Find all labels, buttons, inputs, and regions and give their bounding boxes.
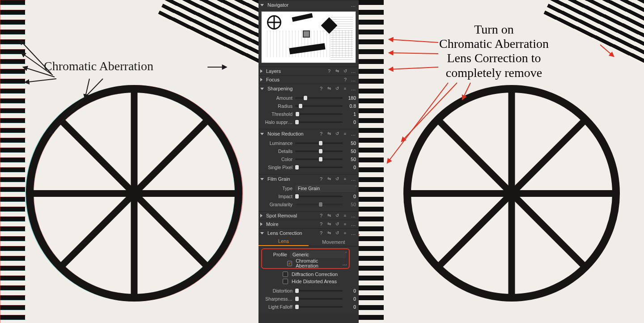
help-icon[interactable]: ? [343,77,348,82]
copy-icon[interactable]: ⇋ [335,68,340,74]
sharpening-group: Amount 180 Radius 0.8 Threshold 1 Halo s… [258,93,359,129]
sharpening-radius-slider[interactable] [295,103,343,109]
before-label: Chromatic Aberration [44,59,153,73]
lens-profile-select[interactable]: Generic [290,251,346,258]
lens-tab-movement[interactable]: Movement [309,238,359,246]
preset-icon[interactable]: ≡ [343,230,348,236]
lens-light-falloff-slider[interactable] [295,304,343,310]
help-icon[interactable]: ? [318,86,324,91]
help-icon[interactable]: ? [318,213,324,218]
menu-icon[interactable]: … [351,68,356,74]
help-icon[interactable]: ? [326,68,332,74]
copy-icon[interactable]: ⇋ [326,176,332,182]
chromatic-aberration-options[interactable]: … [341,261,348,266]
spot-removal-header[interactable]: Spot Removal ? ⇋ ↺ ≡ … [258,211,359,220]
lens-correction-header[interactable]: Lens Correction ? ⇋ ↺ ≡ … [258,228,359,238]
copy-icon[interactable]: ⇋ [326,86,332,91]
help-icon[interactable]: ? [318,221,324,227]
menu-icon[interactable]: … [351,176,356,182]
reset-icon[interactable]: ↺ [335,86,340,91]
noise-header[interactable]: Noise Reduction ? ⇋ ↺ ≡ … [258,129,359,138]
reset-icon[interactable]: ↺ [335,221,340,227]
preset-icon[interactable]: ≡ [343,86,348,91]
tools-panel: Navigator … Layers ? ⇋ ↺ … Focus ? … Sha… [258,0,359,323]
test-chart-diagonal-stripes [542,0,644,82]
copy-icon[interactable]: ⇋ [326,131,332,136]
sharpening-header[interactable]: Sharpening ? ⇋ ↺ ≡ … [258,84,359,93]
help-icon[interactable]: ? [318,230,324,236]
noise-details-slider[interactable] [295,148,343,154]
copy-icon[interactable]: ⇋ [326,230,332,236]
before-image: Chromatic Aberration [0,0,258,323]
menu-icon[interactable]: … [351,2,356,8]
chromatic-aberration-checkbox[interactable]: ✓ [287,261,292,266]
lens-correction-group: Lens Movement Profile Generic ✓ Chromati… [258,238,359,314]
copy-icon[interactable]: ⇋ [326,213,332,218]
film-grain-group: Type Fine Grain Impact 0 Granularity 50 [258,183,359,211]
menu-icon[interactable]: … [351,230,356,236]
film-grain-impact-slider[interactable] [295,193,343,200]
test-chart-diagonal-stripes [157,0,258,82]
copy-icon[interactable]: ⇋ [326,221,332,227]
menu-icon[interactable]: … [351,213,356,218]
layers-header[interactable]: Layers ? ⇋ ↺ … [258,67,359,75]
lens-distortion-slider[interactable] [295,288,343,294]
moire-header[interactable]: Moire ? ⇋ ↺ ≡ … [258,220,359,228]
hide-distorted-checkbox[interactable] [283,279,288,284]
film-grain-header[interactable]: Film Grain ? ⇋ ↺ ≡ … [258,174,359,183]
menu-icon[interactable]: … [351,131,356,136]
film-grain-granularity-slider[interactable] [295,201,343,208]
hide-distorted-label: Hide Distorted Areas [292,279,337,284]
sharpening-halo-slider[interactable] [295,119,343,125]
lens-tab-lens[interactable]: Lens [258,238,309,246]
reset-icon[interactable]: ↺ [335,213,340,218]
menu-icon[interactable]: … [351,77,356,82]
diffraction-correction-label: Diffraction Correction [292,272,338,277]
lens-sharpness-slider[interactable] [295,296,343,302]
noise-singlepixel-slider[interactable] [295,164,343,170]
noise-group: Luminance 50 Details 50 Color 50 Single … [258,138,359,174]
help-icon[interactable]: ? [318,176,324,182]
test-chart-wheel [403,85,620,302]
sharpening-amount-slider[interactable] [295,95,343,101]
preset-icon[interactable]: ≡ [343,176,348,182]
sharpening-threshold-slider[interactable] [295,111,343,117]
noise-color-slider[interactable] [295,156,343,162]
test-chart-vstripes [0,0,25,323]
diffraction-correction-checkbox[interactable] [283,272,288,277]
navigator-header[interactable]: Navigator … [258,0,359,9]
test-chart-vstripes [359,0,384,323]
after-label: Turn on Chromatic Aberration Lens Correc… [439,22,549,80]
reset-icon[interactable]: ↺ [335,131,340,136]
preset-icon[interactable]: ≡ [343,213,348,218]
lens-profile-highlight: Profile Generic ✓ Chromatic Aberration … [261,248,350,269]
navigator-thumbnail[interactable] [261,11,356,63]
preset-icon[interactable]: ≡ [343,221,348,227]
test-chart-wheel [26,85,242,302]
noise-luminance-slider[interactable] [295,140,343,146]
reset-icon[interactable]: ↺ [343,68,348,74]
reset-icon[interactable]: ↺ [335,230,340,236]
film-grain-type-select[interactable]: Fine Grain [295,185,356,192]
help-icon[interactable]: ? [318,131,324,136]
menu-icon[interactable]: … [351,221,356,227]
after-image: Turn on Chromatic Aberration Lens Correc… [359,0,644,323]
menu-icon[interactable]: … [351,86,356,91]
preset-icon[interactable]: ≡ [343,131,348,136]
chromatic-aberration-label: Chromatic Aberration [296,259,338,268]
reset-icon[interactable]: ↺ [335,176,340,182]
focus-header[interactable]: Focus ? … [258,75,359,84]
